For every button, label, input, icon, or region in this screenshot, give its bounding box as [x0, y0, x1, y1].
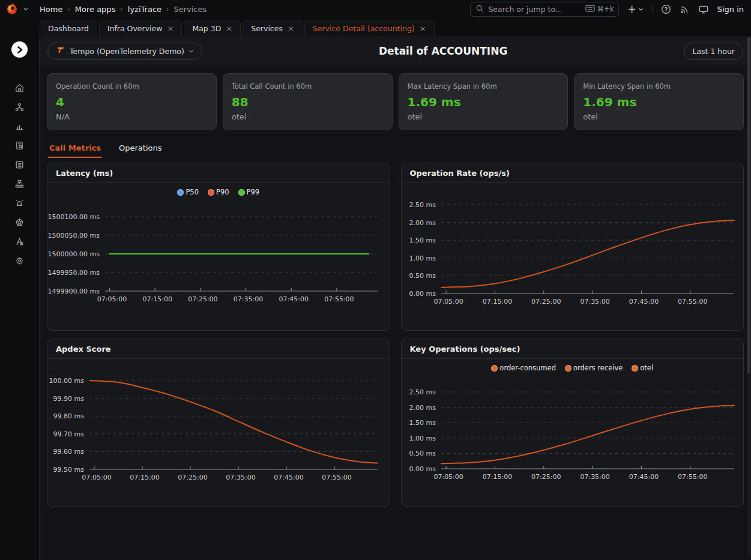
tab-services[interactable]: Services ×: [243, 20, 303, 36]
svg-text:99.50 ms: 99.50 ms: [53, 466, 85, 474]
monitor-icon[interactable]: [698, 4, 709, 14]
chart-legend: order-consumedorders receiveotel: [402, 359, 744, 377]
svg-text:0.50 ms: 0.50 ms: [409, 450, 436, 457]
svg-text:07:05:00: 07:05:00: [433, 298, 463, 306]
org-switcher-chevron-icon[interactable]: [23, 6, 29, 12]
chart-title: Latency (ms): [47, 163, 390, 183]
tab-operations[interactable]: Operations: [118, 141, 163, 158]
charts-grid: Latency (ms) P50P90P99 1500100.00 ms1500…: [40, 158, 751, 507]
stat-max-latency: Max Latency Span in 60m 1.69 ms otel: [399, 73, 569, 130]
stat-title: Operation Count in 60m: [56, 82, 208, 91]
legend-item[interactable]: P50: [177, 188, 199, 196]
nav-settings-gear-icon[interactable]: [14, 256, 25, 266]
breadcrumb-lyzitrace[interactable]: lyziTrace: [128, 5, 161, 14]
svg-text:07:35:00: 07:35:00: [580, 473, 609, 481]
svg-text:07:05:00: 07:05:00: [97, 295, 127, 303]
expand-sidebar-button[interactable]: [11, 41, 28, 58]
close-icon[interactable]: ×: [420, 24, 426, 33]
help-icon[interactable]: ?: [661, 4, 671, 14]
svg-text:1500000.00 ms: 1500000.00 ms: [48, 250, 100, 258]
legend-item[interactable]: P99: [238, 188, 260, 196]
svg-text:0.50 ms: 0.50 ms: [409, 272, 436, 280]
svg-text:07:55:00: 07:55:00: [678, 473, 707, 481]
breadcrumb-separator-icon: ›: [67, 5, 70, 13]
legend-item[interactable]: P90: [208, 188, 229, 196]
tab-label: Dashboard: [48, 24, 89, 33]
svg-text:07:05:00: 07:05:00: [82, 474, 111, 481]
vertical-scrollbar[interactable]: [747, 37, 750, 556]
tab-label: Map 3D: [192, 24, 221, 33]
nav-sitemap-icon[interactable]: [14, 179, 25, 189]
chart-legend: P50P90P99: [47, 183, 390, 201]
nav-trace-search-icon[interactable]: [14, 140, 25, 151]
close-icon[interactable]: ×: [226, 24, 232, 33]
svg-text:07:25:00: 07:25:00: [531, 473, 561, 481]
nav-alert-bell-icon[interactable]: [14, 198, 25, 208]
svg-text:99.70 ms: 99.70 ms: [53, 430, 85, 438]
time-range-button[interactable]: Last 1 hour: [684, 43, 743, 60]
page-title: Detail of ACCOUNTING: [208, 45, 678, 57]
stat-total-call-count: Total Call Count in 60m 88 otel: [223, 73, 393, 130]
datasource-picker[interactable]: Tempo (OpenTelemetry Demo): [47, 43, 202, 60]
tab-service-detail-accounting[interactable]: Service Detail (accounting) ×: [304, 20, 435, 36]
search-placeholder: Search or jump to...: [488, 5, 581, 14]
tab-label: Services: [251, 24, 283, 33]
tab-label: Service Detail (accounting): [313, 24, 415, 33]
tab-infra-overview[interactable]: Infra Overview ×: [99, 20, 182, 36]
nav-web-pentagon-icon[interactable]: [14, 217, 25, 227]
stat-title: Max Latency Span in 60m: [408, 82, 559, 91]
stat-sub: otel: [408, 112, 559, 121]
close-icon[interactable]: ×: [167, 24, 173, 33]
sidebar: [0, 36, 40, 560]
svg-text:1499900.00 ms: 1499900.00 ms: [48, 288, 100, 295]
toolbar-divider: [652, 4, 653, 14]
operation-rate-chart[interactable]: 2.50 ms2.00 ms1.50 ms1.00 ms0.50 ms0.00 …: [402, 183, 744, 330]
tab-map-3d[interactable]: Map 3D ×: [184, 20, 241, 36]
breadcrumb-services[interactable]: Services: [173, 5, 207, 14]
new-menu-button[interactable]: +: [627, 4, 643, 14]
svg-text:0.00 ms: 0.00 ms: [409, 290, 436, 298]
operation-rate-chart-panel: Operation Rate (ops/s) 2.50 ms2.00 ms1.5…: [401, 163, 744, 331]
svg-text:?: ?: [665, 6, 668, 12]
chart-title: Operation Rate (ops/s): [402, 163, 744, 183]
chart-title: Apdex Score: [47, 339, 390, 359]
svg-text:07:25:00: 07:25:00: [178, 474, 207, 481]
svg-text:07:55:00: 07:55:00: [322, 474, 351, 481]
nav-explore-compass-icon[interactable]: [14, 236, 25, 247]
nav-list-icon[interactable]: [14, 160, 25, 170]
nav-topology-icon[interactable]: [14, 102, 25, 112]
tab-call-metrics[interactable]: Call Metrics: [48, 141, 102, 158]
legend-item[interactable]: orders receive: [565, 364, 623, 372]
svg-text:07:35:00: 07:35:00: [234, 295, 263, 303]
grafana-logo[interactable]: [6, 3, 18, 15]
sign-in-link[interactable]: Sign in: [717, 5, 744, 14]
svg-text:07:25:00: 07:25:00: [188, 295, 217, 303]
svg-text:07:15:00: 07:15:00: [143, 295, 172, 303]
stat-sub: otel: [583, 112, 735, 121]
legend-item[interactable]: otel: [632, 364, 653, 372]
apdex-chart[interactable]: 100.00 ms99.90 ms99.80 ms99.70 ms99.60 m…: [47, 359, 390, 506]
tempo-datasource-icon: [56, 46, 65, 57]
tab-dashboard[interactable]: Dashboard: [40, 20, 97, 36]
breadcrumb-separator-icon: ›: [166, 5, 169, 13]
breadcrumb-home[interactable]: Home: [40, 5, 62, 14]
svg-text:1500050.00 ms: 1500050.00 ms: [48, 232, 100, 239]
key-operations-chart[interactable]: 2.50 ms2.00 ms1.50 ms1.00 ms0.50 ms0.00 …: [402, 377, 744, 506]
chart-title: Key Operations (ops/sec): [402, 339, 744, 359]
app-root: { "glyphs": { "breadcrumb_sep": "›", "cl…: [0, 0, 751, 560]
legend-dot-icon: [177, 189, 184, 196]
breadcrumb-more-apps[interactable]: More apps: [75, 5, 116, 14]
svg-text:07:45:00: 07:45:00: [274, 474, 303, 481]
nav-home-icon[interactable]: [14, 83, 25, 93]
news-rss-icon[interactable]: [680, 4, 690, 14]
search-input[interactable]: Search or jump to... ⌘+k: [470, 2, 619, 17]
svg-text:07:05:00: 07:05:00: [433, 473, 463, 481]
legend-item[interactable]: order-consumed: [491, 364, 556, 372]
close-icon[interactable]: ×: [288, 24, 294, 33]
main-content: Tempo (OpenTelemetry Demo) Detail of ACC…: [40, 36, 751, 560]
nav-bar-chart-icon[interactable]: [14, 121, 25, 131]
breadcrumb: Home › More apps › lyziTrace › Services: [40, 5, 207, 14]
svg-text:07:55:00: 07:55:00: [324, 295, 354, 303]
latency-chart[interactable]: 1500100.00 ms1500050.00 ms1500000.00 ms1…: [47, 201, 390, 330]
chevron-down-icon: [638, 7, 644, 12]
